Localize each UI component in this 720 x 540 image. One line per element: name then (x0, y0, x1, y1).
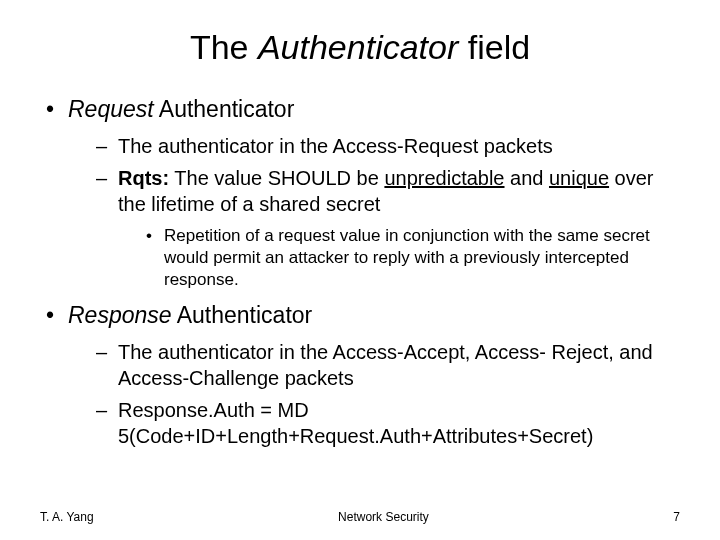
rqts-label: Rqts: (118, 167, 169, 189)
title-suffix: field (458, 28, 530, 66)
footer: T. A. Yang Network Security 7 (0, 510, 720, 524)
sub-sub-list: Repetition of a request value in conjunc… (118, 225, 680, 291)
rqts-u1: unpredictable (384, 167, 504, 189)
rqts-mid1: The value SHOULD be (169, 167, 384, 189)
rqts-mid2: and (505, 167, 549, 189)
footer-page-number: 7 (673, 510, 680, 524)
sub-bullet: The authenticator in the Access-Request … (96, 133, 680, 159)
sub-list: The authenticator in the Access-Request … (68, 133, 680, 291)
sub-text: The authenticator in the Access-Request … (118, 135, 553, 157)
sub-bullet: Response.Auth = MD 5(Code+ID+Length+Requ… (96, 397, 680, 449)
sub-list: The authenticator in the Access-Accept, … (68, 339, 680, 449)
bullet-response-authenticator: Response Authenticator The authenticator… (40, 301, 680, 449)
sub-bullet: The authenticator in the Access-Accept, … (96, 339, 680, 391)
sub-text: Response.Auth = MD 5(Code+ID+Length+Requ… (118, 399, 593, 447)
bullet-text: Authenticator (172, 302, 313, 328)
title-italic: Authenticator (258, 28, 458, 66)
footer-title: Network Security (338, 510, 429, 524)
bullet-request-authenticator: Request Authenticator The authenticator … (40, 95, 680, 291)
sub-bullet-rqts: Rqts: The value SHOULD be unpredictable … (96, 165, 680, 291)
bullet-italic: Request (68, 96, 154, 122)
sub-sub-text: Repetition of a request value in conjunc… (164, 226, 650, 289)
bullet-italic: Response (68, 302, 172, 328)
footer-author: T. A. Yang (40, 510, 94, 524)
bullet-text: Authenticator (154, 96, 295, 122)
title-prefix: The (190, 28, 258, 66)
slide-title: The Authenticator field (40, 28, 680, 67)
rqts-u2: unique (549, 167, 609, 189)
sub-text: The authenticator in the Access-Accept, … (118, 341, 653, 389)
sub-sub-bullet: Repetition of a request value in conjunc… (146, 225, 680, 291)
bullet-list: Request Authenticator The authenticator … (40, 95, 680, 449)
